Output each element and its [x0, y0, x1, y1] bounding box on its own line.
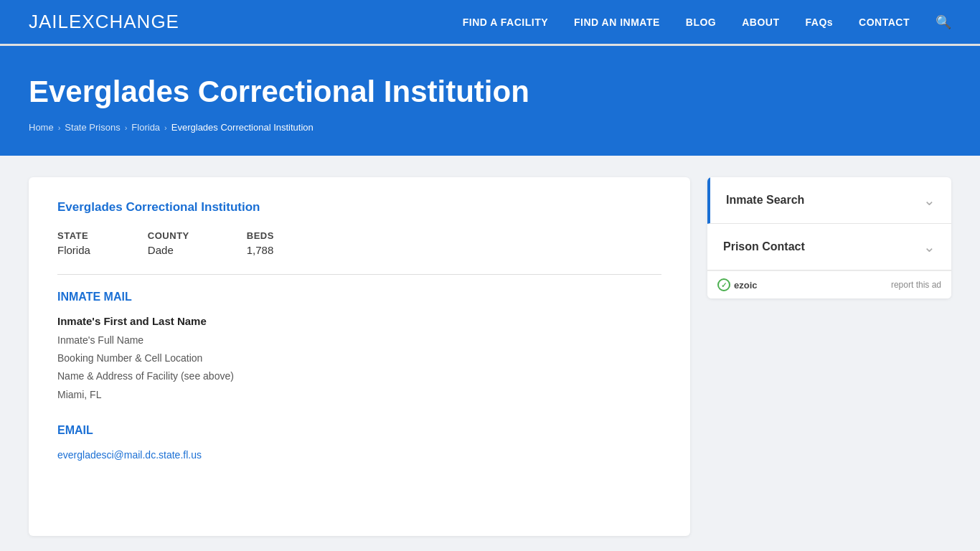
right-sidebar: Inmate Search ⌄ Prison Contact ⌄ ✓ ezoic… — [707, 177, 951, 536]
nav-find-facility[interactable]: FIND A FACILITY — [463, 17, 548, 28]
breadcrumb: Home › State Prisons › Florida › Evergla… — [29, 122, 951, 133]
breadcrumb-home[interactable]: Home — [29, 122, 54, 133]
chevron-right-icon: › — [164, 123, 167, 132]
sidebar-prison-contact-label: Prison Contact — [723, 240, 805, 253]
chevron-down-icon: ⌄ — [923, 192, 936, 209]
email-heading: EMAIL — [57, 424, 661, 437]
ezoic-label: ezoic — [734, 280, 758, 291]
facility-card: Everglades Correctional Institution STAT… — [29, 177, 690, 536]
breadcrumb-florida[interactable]: Florida — [131, 122, 160, 133]
inmate-name-label: Inmate's First and Last Name — [57, 315, 661, 327]
ezoic-icon: ✓ — [717, 278, 730, 291]
search-icon[interactable]: 🔍 — [936, 14, 951, 30]
beds-value: 1,788 — [247, 244, 274, 256]
county-label: COUNTY — [148, 230, 189, 241]
nav-about[interactable]: ABOUT — [742, 17, 779, 28]
ezoic-bar: ✓ ezoic report this ad — [707, 270, 951, 298]
beds-label: BEDS — [247, 230, 274, 241]
nav-contact[interactable]: CONTACT — [859, 17, 910, 28]
hero-section: Everglades Correctional Institution Home… — [0, 46, 980, 156]
email-link[interactable]: evergladesci@mail.dc.state.fl.us — [57, 449, 202, 461]
breadcrumb-state-prisons[interactable]: State Prisons — [65, 122, 120, 133]
sidebar-item-inmate-search[interactable]: Inmate Search ⌄ — [707, 177, 951, 224]
sidebar-card: Inmate Search ⌄ Prison Contact ⌄ ✓ ezoic… — [707, 177, 951, 298]
facility-info-grid: STATE Florida COUNTY Dade BEDS 1,788 — [57, 230, 661, 257]
divider — [57, 274, 661, 275]
county-value: Dade — [148, 244, 174, 256]
chevron-right-icon: › — [125, 123, 128, 132]
main-content: Everglades Correctional Institution STAT… — [0, 156, 980, 551]
sidebar-inmate-search-label: Inmate Search — [726, 194, 804, 207]
mail-line-3: Name & Address of Facility (see above) — [57, 367, 661, 385]
main-nav: FIND A FACILITY FIND AN INMATE BLOG ABOU… — [463, 14, 951, 30]
breadcrumb-current: Everglades Correctional Institution — [171, 122, 314, 133]
report-ad-link[interactable]: report this ad — [891, 280, 941, 290]
inmate-mail-heading: INMATE MAIL — [57, 291, 661, 303]
email-section: EMAIL evergladesci@mail.dc.state.fl.us — [57, 424, 661, 461]
mail-line-2: Booking Number & Cell Location — [57, 349, 661, 367]
mail-line-1: Inmate's Full Name — [57, 331, 661, 349]
logo-text-light: EXCHANGE — [69, 11, 179, 32]
sidebar-item-prison-contact[interactable]: Prison Contact ⌄ — [707, 224, 951, 270]
nav-find-inmate[interactable]: FIND AN INMATE — [574, 17, 660, 28]
nav-blog[interactable]: BLOG — [686, 17, 716, 28]
county-col: COUNTY Dade — [148, 230, 189, 257]
page-title: Everglades Correctional Institution — [29, 75, 951, 109]
site-header: JAILEXCHANGE FIND A FACILITY FIND AN INM… — [0, 0, 980, 46]
state-value: Florida — [57, 244, 90, 256]
ezoic-logo: ✓ ezoic — [717, 278, 758, 291]
logo-text-bold: JAIL — [29, 11, 69, 32]
mail-line-4: Miami, FL — [57, 386, 661, 404]
nav-faqs[interactable]: FAQs — [806, 17, 834, 28]
facility-card-title: Everglades Correctional Institution — [57, 200, 661, 215]
mail-address-lines: Inmate's Full Name Booking Number & Cell… — [57, 331, 661, 404]
state-label: STATE — [57, 230, 90, 241]
site-logo[interactable]: JAILEXCHANGE — [29, 11, 179, 33]
chevron-right-icon: › — [58, 123, 61, 132]
beds-col: BEDS 1,788 — [247, 230, 274, 257]
state-col: STATE Florida — [57, 230, 90, 257]
chevron-down-icon: ⌄ — [923, 238, 936, 255]
